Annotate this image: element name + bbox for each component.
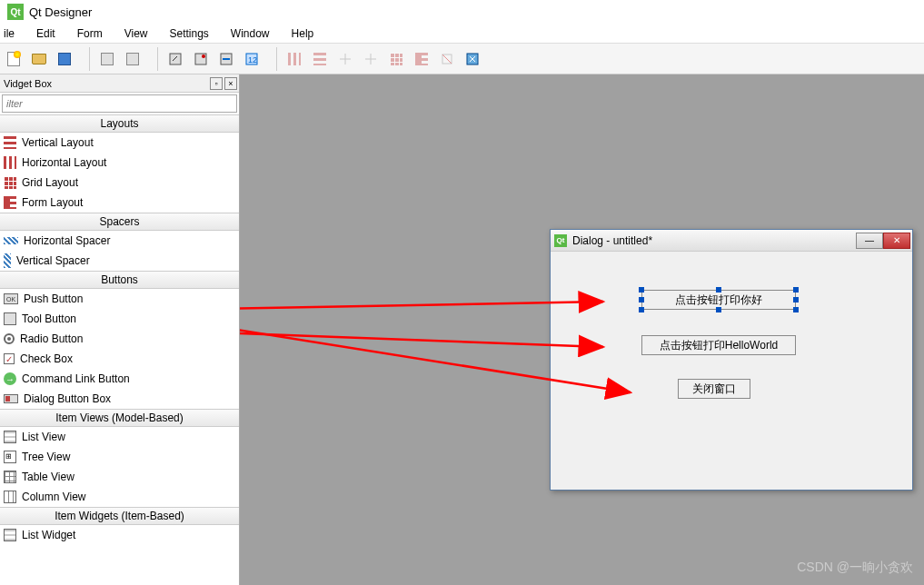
layout-h-button[interactable] <box>283 47 306 71</box>
layout-grid-button[interactable] <box>384 47 408 71</box>
dialog-title: Dialog - untitled* <box>572 234 652 247</box>
vertical-spacer-icon <box>4 253 11 268</box>
widget-radio-button[interactable]: Radio Button <box>0 329 239 349</box>
panel-close-button[interactable]: × <box>224 77 237 90</box>
menubar: ile Edit Form View Settings Window Help <box>0 24 924 44</box>
watermark: CSDN @一晌小贪欢 <box>797 560 913 576</box>
layout-v-button[interactable] <box>308 47 332 71</box>
close-button[interactable]: ✕ <box>883 233 910 249</box>
tree-view-icon <box>4 451 16 463</box>
menu-form[interactable]: Form <box>66 25 114 42</box>
widget-dialog-button-box[interactable]: Dialog Button Box <box>0 389 239 409</box>
widget-form-layout[interactable]: Form Layout <box>0 193 239 213</box>
minimize-button[interactable]: — <box>856 233 883 249</box>
menu-file[interactable]: ile <box>0 25 25 42</box>
table-view-icon <box>4 471 16 483</box>
menu-settings[interactable]: Settings <box>159 25 220 42</box>
category-layouts[interactable]: Layouts <box>0 114 239 133</box>
dialog-preview-window[interactable]: Qt Dialog - untitled* — ✕ 点击按钮打印你好 点击按钮打… <box>550 229 913 491</box>
widget-column-view[interactable]: Column View <box>0 487 239 507</box>
widget-command-link-button[interactable]: →Command Link Button <box>0 369 239 389</box>
edit-widgets-button[interactable] <box>164 47 187 71</box>
svg-rect-0 <box>170 54 181 64</box>
layout-form-button[interactable] <box>410 47 433 71</box>
category-spacers[interactable]: Spacers <box>0 213 239 231</box>
grid-layout-icon <box>4 176 16 189</box>
radio-button-icon <box>4 333 15 344</box>
save-file-button[interactable] <box>53 47 76 71</box>
push-button-icon: OK <box>4 293 18 304</box>
widget-list-view[interactable]: List View <box>0 427 239 447</box>
widget-tool-button[interactable]: Tool Button <box>0 309 239 329</box>
widget-horizontal-spacer[interactable]: Horizontal Spacer <box>0 231 239 251</box>
titlebar: Qt Qt Designer <box>0 0 924 24</box>
dialog-titlebar[interactable]: Qt Dialog - untitled* — ✕ <box>551 230 912 252</box>
edit-buddies-button[interactable] <box>214 47 238 71</box>
widget-tree-view[interactable]: Tree View <box>0 447 239 467</box>
edit-signals-button[interactable] <box>189 47 213 71</box>
filter-input[interactable] <box>2 94 237 113</box>
widget-grid-layout[interactable]: Grid Layout <box>0 173 239 193</box>
check-box-icon: ✓ <box>4 353 15 364</box>
break-layout-button[interactable] <box>435 47 459 71</box>
widget-list[interactable]: Layouts Vertical Layout Horizontal Layou… <box>0 114 239 585</box>
bring-front-button[interactable] <box>121 47 144 71</box>
widget-table-view[interactable]: Table View <box>0 467 239 487</box>
category-buttons[interactable]: Buttons <box>0 271 239 289</box>
list-view-icon <box>4 431 16 443</box>
column-view-icon <box>4 491 16 503</box>
tool-button-icon <box>4 312 16 325</box>
dialog-button-box-icon <box>4 394 18 403</box>
panel-title-bar: Vidget Box ▫ × <box>0 74 239 93</box>
widget-check-box[interactable]: ✓Check Box <box>0 349 239 369</box>
menu-window[interactable]: Window <box>220 25 281 42</box>
menu-edit[interactable]: Edit <box>25 25 66 42</box>
horizontal-layout-icon <box>4 156 16 169</box>
list-widget-icon <box>4 529 16 541</box>
widget-push-button[interactable]: OKPush Button <box>0 289 239 309</box>
adjust-size-button[interactable] <box>461 47 484 71</box>
svg-line-9 <box>240 302 603 311</box>
toolbar: 12 <box>0 44 924 74</box>
svg-text:12: 12 <box>248 55 257 64</box>
widget-horizontal-layout[interactable]: Horizontal Layout <box>0 153 239 173</box>
vertical-layout-icon <box>4 136 16 149</box>
design-canvas[interactable]: Qt Dialog - untitled* — ✕ 点击按钮打印你好 点击按钮打… <box>240 74 924 585</box>
menu-view[interactable]: View <box>114 25 159 42</box>
send-back-button[interactable] <box>95 47 119 71</box>
open-file-button[interactable] <box>27 47 51 71</box>
panel-title-text: Vidget Box <box>4 78 52 89</box>
command-link-icon: → <box>4 372 16 385</box>
dialog-body[interactable]: 点击按钮打印你好 点击按钮打印HelloWorld 关闭窗口 <box>551 252 912 490</box>
svg-line-10 <box>240 329 603 347</box>
qt-logo-icon: Qt <box>7 4 24 20</box>
edit-taborder-button[interactable]: 12 <box>240 47 263 71</box>
horizontal-spacer-icon <box>4 237 18 244</box>
widget-list-widget[interactable]: List Widget <box>0 525 239 545</box>
new-file-button[interactable] <box>2 47 25 71</box>
menu-help[interactable]: Help <box>281 25 325 42</box>
form-button-3[interactable]: 关闭窗口 <box>678 379 750 399</box>
layout-vsplit-button[interactable] <box>359 47 383 71</box>
form-layout-icon <box>4 196 16 209</box>
layout-hsplit-button[interactable] <box>333 47 357 71</box>
app-title: Qt Designer <box>29 5 92 19</box>
widget-vertical-spacer[interactable]: Vertical Spacer <box>0 251 239 271</box>
form-button-2[interactable]: 点击按钮打印HelloWorld <box>641 335 796 355</box>
category-itemviews[interactable]: Item Views (Model-Based) <box>0 409 239 427</box>
qt-logo-icon: Qt <box>554 234 567 247</box>
panel-float-button[interactable]: ▫ <box>210 77 223 90</box>
category-itemwidgets[interactable]: Item Widgets (Item-Based) <box>0 507 239 525</box>
widget-box-panel: Vidget Box ▫ × Layouts Vertical Layout H… <box>0 74 240 585</box>
svg-point-2 <box>202 55 205 58</box>
widget-vertical-layout[interactable]: Vertical Layout <box>0 133 239 153</box>
